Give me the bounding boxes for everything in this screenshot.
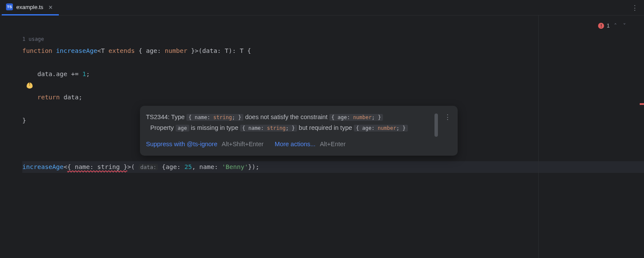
- inlay-hint: data:: [139, 164, 158, 170]
- shortcut-hint: Alt+Enter: [320, 141, 346, 147]
- prev-error-icon[interactable]: ˄: [612, 22, 619, 29]
- type-snippet: { name: string; }: [186, 114, 243, 121]
- tooltip-options-icon[interactable]: ⋮: [444, 112, 451, 123]
- next-error-icon[interactable]: ˅: [621, 22, 628, 29]
- code-line[interactable]: function increaseAge<T extends { age: nu…: [22, 45, 644, 57]
- more-actions-link[interactable]: More actions...: [275, 141, 316, 147]
- error-count: 1: [607, 23, 610, 29]
- close-tab-icon[interactable]: ×: [47, 3, 55, 11]
- inspection-widget[interactable]: ! 1 ˄ ˅: [598, 22, 628, 29]
- tab-bar: TS example.ts × ⋮: [0, 0, 644, 15]
- error-icon: !: [598, 23, 604, 29]
- suppress-link[interactable]: Suppress with @ts-ignore: [146, 141, 217, 147]
- shortcut-hint: Alt+Shift+Enter: [222, 141, 264, 147]
- usages-hint[interactable]: 1 usage: [22, 36, 44, 42]
- code-editor[interactable]: ! 1 ˄ ˅ 1 usage function increaseAge<T e…: [0, 15, 644, 258]
- tooltip-scrollbar[interactable]: [434, 114, 438, 137]
- gutter: [0, 15, 22, 258]
- type-snippet: { name: string; }: [240, 125, 297, 132]
- tab-file-name: example.ts: [16, 4, 43, 10]
- error-stripe-mark[interactable]: [640, 103, 644, 105]
- type-snippet: { age: number; }: [354, 125, 408, 132]
- prop-snippet: age: [176, 125, 189, 132]
- error-code: TS2344: [146, 114, 168, 120]
- code-line[interactable]: data.age += 1;: [22, 68, 644, 80]
- tab-example-ts[interactable]: TS example.ts ×: [2, 0, 59, 15]
- right-margin-line: [538, 15, 539, 258]
- type-snippet: { age: number; }: [329, 114, 383, 121]
- tab-options-icon[interactable]: ⋮: [632, 4, 638, 11]
- error-tooltip: ⋮ TS2344: Type { name: string; } does no…: [140, 106, 458, 156]
- error-stripe: [639, 15, 644, 258]
- error-range[interactable]: { name: string }: [67, 163, 128, 170]
- typescript-file-icon: TS: [6, 3, 13, 10]
- code-line[interactable]: return data;: [22, 92, 644, 103]
- intention-bulb-icon[interactable]: [27, 83, 33, 89]
- code-line-current[interactable]: increaseAge<{ name: string }>( data: {ag…: [22, 161, 644, 173]
